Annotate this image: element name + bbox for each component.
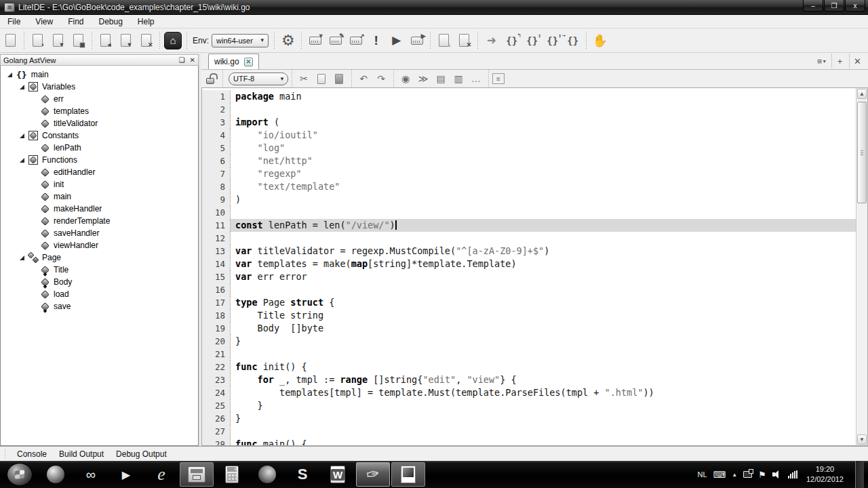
code-line[interactable]: 8 "text/template" xyxy=(202,180,856,193)
code-line[interactable]: 16 xyxy=(202,283,856,296)
open-file-icon[interactable]: ◖ xyxy=(28,31,47,50)
tree-item-Variables[interactable]: Variables xyxy=(1,81,198,93)
tree-item-Title[interactable]: Title xyxy=(1,264,198,276)
taskbar-sphere-app[interactable] xyxy=(39,462,73,487)
export-doc-icon[interactable]: ↓ xyxy=(435,31,454,50)
options-gear-icon[interactable]: ⚙ xyxy=(279,31,298,50)
taskbar-liteide[interactable]: ✑ xyxy=(356,462,390,487)
tab-close-icon[interactable]: ✕ xyxy=(244,58,253,66)
code-line[interactable]: 26} xyxy=(202,412,856,425)
code-line[interactable]: 1package main xyxy=(202,90,856,103)
code-line[interactable]: 17type Page struct { xyxy=(202,296,856,309)
unlock-icon[interactable] xyxy=(202,71,218,86)
tree-item-init[interactable]: init xyxy=(1,178,198,190)
redo-icon[interactable]: ↷ xyxy=(373,71,389,86)
code-line[interactable]: 15var err error xyxy=(202,270,856,283)
tab-wiki-go[interactable]: wiki.go ✕ xyxy=(208,54,259,69)
code-line[interactable]: 4 "io/ioutil" xyxy=(202,129,856,142)
tree-item-save[interactable]: save xyxy=(1,300,198,312)
taskbar-image-editor[interactable] xyxy=(391,462,425,487)
pan-hand-icon[interactable]: ✋ xyxy=(591,31,610,50)
code-line[interactable]: 19 Body []byte xyxy=(202,322,856,335)
play-macro-icon[interactable]: ≫ xyxy=(415,71,431,86)
code-area[interactable]: 1package main23import (4 "io/ioutil"5 "l… xyxy=(202,88,856,445)
run-icon[interactable]: ▶ xyxy=(387,31,406,50)
code-line[interactable]: 27 xyxy=(202,425,856,438)
code-line[interactable]: 2 xyxy=(202,103,856,116)
tree-item-Body[interactable]: Body xyxy=(1,276,198,288)
taskbar-file-manager[interactable] xyxy=(180,462,214,487)
tree-item-editHandler[interactable]: editHandler xyxy=(1,166,198,178)
taskbar-firefox[interactable] xyxy=(250,462,284,487)
power-plug-icon[interactable] xyxy=(743,471,752,478)
volume-icon[interactable] xyxy=(772,470,782,479)
expander-icon[interactable] xyxy=(20,158,24,163)
network-signal-icon[interactable] xyxy=(788,470,797,479)
code-line[interactable]: 22func init() { xyxy=(202,361,856,373)
tree-item-Constants[interactable]: Constants xyxy=(1,129,198,142)
fold-braces-icon[interactable]: {}↥ xyxy=(523,31,542,50)
expander-icon[interactable] xyxy=(7,73,12,77)
taskbar-word[interactable]: W xyxy=(321,462,355,487)
expander-icon[interactable] xyxy=(20,85,24,89)
encoding-select[interactable]: UTF-8▼ xyxy=(229,73,288,85)
start-button[interactable] xyxy=(7,463,33,486)
tree-item-templates[interactable]: templates xyxy=(1,105,198,117)
code-line[interactable]: 6 "net/http" xyxy=(202,155,856,167)
select-block-icon[interactable]: {}→ xyxy=(564,31,583,50)
code-line[interactable]: 5 "log" xyxy=(202,142,856,155)
tab-list-icon[interactable]: ≡▼ xyxy=(814,54,830,68)
build-config-icon[interactable]: ▼ xyxy=(306,31,325,50)
expander-icon[interactable] xyxy=(20,256,24,260)
title-bar[interactable]: ≋ LiteIDE - E:\Go\GoBoek\code_examples\c… xyxy=(0,0,868,15)
code-line[interactable]: 10 xyxy=(202,206,856,219)
code-editor[interactable]: 1package main23import (4 "io/ioutil"5 "l… xyxy=(201,87,868,446)
close-all-icon[interactable]: ✕ xyxy=(136,31,155,50)
taskbar-skype[interactable]: S xyxy=(285,462,319,487)
keyboard-icon[interactable]: ⌨ xyxy=(713,470,726,480)
code-line[interactable]: 7 "regexp" xyxy=(202,167,856,180)
taskbar-internet-explorer[interactable]: e xyxy=(144,462,178,487)
close-editor-icon[interactable]: ✕ xyxy=(849,54,865,68)
scrollbar-thumb[interactable] xyxy=(857,102,867,203)
home-icon[interactable]: ⌂ xyxy=(163,31,182,50)
output-tab-build-output[interactable]: Build Output xyxy=(53,448,110,460)
editor-scrollbar[interactable]: ▲ ▼ xyxy=(856,88,867,445)
tree-item-viewHandler[interactable]: viewHandler xyxy=(1,239,198,251)
scroll-up-icon[interactable]: ▲ xyxy=(857,89,867,99)
more-options-icon[interactable]: … xyxy=(468,71,484,86)
code-line[interactable]: 18 Title string xyxy=(202,309,856,322)
menu-debug[interactable]: Debug xyxy=(91,16,130,28)
tree-item-saveHandler[interactable]: saveHandler xyxy=(1,227,198,239)
tree-item-Page[interactable]: Page xyxy=(1,251,198,264)
close-doc-icon[interactable]: ✕ xyxy=(455,31,474,50)
scroll-down-icon[interactable]: ▼ xyxy=(857,434,867,445)
build-debug-icon[interactable]: ↗ xyxy=(347,31,366,50)
close-button[interactable]: x xyxy=(845,0,865,12)
code-line[interactable]: 3import ( xyxy=(202,116,856,129)
env-select[interactable]: win64-user▼ xyxy=(212,34,269,47)
code-line[interactable]: 28func main() { xyxy=(202,438,856,445)
code-line[interactable]: 21 xyxy=(202,348,856,361)
print-icon[interactable]: ▤ xyxy=(433,71,449,86)
unfold-braces-icon[interactable]: {}↧ xyxy=(543,31,562,50)
output-tab-debug-output[interactable]: Debug Output xyxy=(110,448,173,460)
record-macro-icon[interactable]: ◉ xyxy=(397,71,414,86)
build-now-icon[interactable]: ! xyxy=(367,31,386,50)
close-file-icon[interactable]: ▼ xyxy=(116,31,135,50)
cut-icon[interactable]: ✂ xyxy=(296,71,312,86)
copy-icon[interactable] xyxy=(313,71,330,86)
build-and-run-icon[interactable]: ▶ xyxy=(408,31,427,50)
tree-item-load[interactable]: load xyxy=(1,288,198,300)
goto-forward-icon[interactable]: ➜ xyxy=(482,31,501,50)
code-line[interactable]: 24 templates[tmpl] = template.Must(templ… xyxy=(202,386,856,399)
tree-item-makeHandler[interactable]: makeHandler xyxy=(1,203,198,215)
save-file-icon[interactable]: ▼ xyxy=(48,31,67,50)
hidden-icons-chevron[interactable]: ▲ xyxy=(732,472,737,478)
tree-item-renderTemplate[interactable]: renderTemplate xyxy=(1,215,198,227)
code-line[interactable]: 23 for _, tmpl := range []string{"edit",… xyxy=(202,373,856,386)
split-add-icon[interactable]: + xyxy=(831,54,848,68)
format-code-icon[interactable]: {}↰ xyxy=(502,31,521,50)
revert-file-icon[interactable]: ◄ xyxy=(96,31,115,50)
code-line[interactable]: 11const lenPath = len("/view/") xyxy=(202,219,856,232)
